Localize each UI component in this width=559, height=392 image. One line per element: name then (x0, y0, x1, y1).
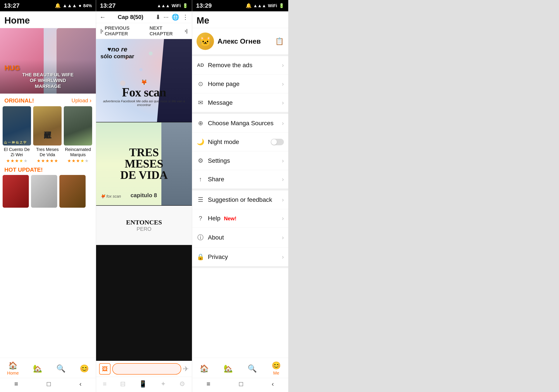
sys-home-btn-1[interactable]: □ (47, 380, 51, 388)
manga-title-2: Tres Meses De Vida (33, 147, 62, 157)
menu-section-1: AD Remove the ads › ⊙ Home page › ✉ Mess… (192, 56, 288, 114)
status-bar-3: 13:29 🔔 ▲▲▲ WiFi 🔋 (192, 0, 288, 11)
manga-stars-3: ★ ★ ★ ★ ★ (64, 158, 92, 163)
send-comment-icon[interactable]: ✈ (183, 365, 189, 373)
prev-chapter-btn[interactable]: |‹ PREVIOUS CHAPTER (101, 25, 149, 37)
nav-search-3[interactable]: 🔍 (248, 364, 257, 373)
nav-search[interactable]: 🔍 (56, 364, 65, 373)
sys-nav-3: ≡ □ ‹ (192, 378, 288, 392)
more-options-icon[interactable]: ⋮ (182, 14, 188, 21)
manga-stars-2: ★ ★ ★ ★ ★ (33, 158, 62, 163)
nav-home[interactable]: 🏠 Home (7, 361, 19, 376)
menu-item-feedback[interactable]: ☰ Suggestion or feedback › (192, 190, 288, 209)
next-chapter-btn[interactable]: NEXT CHAPTER ›| (149, 25, 187, 37)
me-profile-section: 🐱 Алекс Огнев 📋 (192, 28, 288, 56)
menu-item-manga-sources[interactable]: ⊕ Choose Manga Sources › (192, 114, 288, 133)
reader-chapter-btn[interactable]: ⊟ (120, 380, 126, 388)
share-arrow-icon: › (282, 176, 284, 183)
privacy-arrow-icon: › (282, 253, 284, 260)
manga-title-3: Reincarnated Marquis (64, 147, 92, 157)
ad-icon: AD (196, 62, 204, 68)
hot-thumb-3[interactable] (59, 175, 86, 208)
menu-item-remove-ads[interactable]: AD Remove the ads › (192, 56, 288, 75)
settings-arrow-icon: › (282, 157, 284, 164)
manga-card-1[interactable]: 山 一 神 仙 之 宇 El Cuento De Zi Wei ★ ★ ★ ★ … (3, 106, 31, 163)
reader-bright-btn[interactable]: ✦ (160, 380, 166, 388)
user-avatar[interactable]: 🐱 (196, 33, 214, 50)
menu-item-help[interactable]: ? Help New! › (192, 209, 288, 228)
menu-item-settings[interactable]: ⚙ Settings › (192, 151, 288, 170)
back-button[interactable]: ← (100, 14, 106, 21)
language-icon[interactable]: 🌐 (172, 14, 179, 21)
menu-item-night-mode[interactable]: 🌙 Night mode (192, 133, 288, 151)
upload-row[interactable]: Upload › (72, 97, 92, 104)
reader-toolbar-icons: ⬇ ··· 🌐 ⋮ (156, 14, 188, 21)
hot-update-label: HOT UPDATE! (0, 163, 96, 175)
wifi-icon-3: WiFi (268, 3, 277, 8)
home-screen: 13:27 🔔 ▲▲▲ ● 84% Home HUG THE BEAUTIFUL… (0, 0, 96, 392)
banner-overlay: HUG THE BEAUTIFUL WIFE OF WHIRLWIND MARR… (0, 60, 96, 94)
menu-section-3: ☰ Suggestion or feedback › ? Help New! ›… (192, 190, 288, 268)
download-icon[interactable]: ⬇ (156, 14, 160, 21)
me-screen: 13:29 🔔 ▲▲▲ WiFi 🔋 Me 🐱 Алекс Огнев 📋 AD… (192, 0, 288, 392)
menu-item-share[interactable]: ↑ Share › (192, 170, 288, 189)
sys-menu-btn-3[interactable]: ≡ (206, 380, 211, 388)
feedback-label: Suggestion or feedback (208, 196, 272, 203)
manga-page-2: TRESMESESDE VIDA 🦊 fox scan capitulo 8 (96, 122, 192, 205)
nav-library[interactable]: 🏡 (33, 364, 42, 373)
reader-settings-btn[interactable]: ⚙ (179, 380, 185, 388)
menu-item-privacy[interactable]: 🔒 Privacy › (192, 248, 288, 266)
manga-page-1: ♥no re sólo compar 🦊 Fox scan advertenci… (96, 39, 192, 122)
original-section-header: ORIGINAL! Upload › (0, 94, 96, 106)
manga-page-3-partial: ENTONCES PERO (96, 206, 192, 245)
manga-card-3[interactable]: Reincarnated Marquis ★ ★ ★ ★ ★ (64, 106, 92, 163)
image-picker-btn[interactable]: 🖼 (99, 363, 111, 374)
original-label: ORIGINAL! (4, 97, 34, 104)
notification-icon: 🔔 (55, 3, 61, 9)
nav-profile[interactable]: 😊 (80, 364, 89, 373)
toggle-thumb (271, 139, 277, 145)
sys-home-btn-3[interactable]: □ (239, 380, 243, 388)
nav-home-3[interactable]: 🏠 (200, 364, 209, 373)
status-bar-1: 13:27 🔔 ▲▲▲ ● 84% (0, 0, 96, 11)
night-mode-toggle[interactable] (271, 139, 284, 145)
user-name: Алекс Огнев (217, 37, 261, 45)
manga-thumb-1: 山 一 神 仙 之 宇 (3, 106, 31, 145)
banner-hug-text: HUG (4, 64, 92, 72)
battery-text-1: 84% (83, 3, 92, 8)
bottom-nav-3: 🏠 🏡 🔍 😊 Me ≡ □ ‹ (192, 358, 288, 392)
status-icons-2: ▲▲▲ WiFi 🔋 (157, 3, 188, 8)
nav-me[interactable]: 😊 Me (272, 361, 281, 376)
wifi-icon-2: WiFi (172, 3, 181, 8)
status-icons-1: 🔔 ▲▲▲ ● 84% (55, 3, 92, 9)
profile-nav-icon: 😊 (80, 364, 89, 373)
comment-icon[interactable]: ··· (164, 14, 168, 21)
status-time-1: 13:27 (4, 2, 20, 9)
reader-phone-btn[interactable]: 📱 (139, 380, 147, 388)
manga-sources-icon: ⊕ (196, 120, 204, 127)
reader-sys-nav: ≡ ⊟ 📱 ✦ ⚙ (96, 377, 192, 392)
hot-thumb-2[interactable] (31, 175, 57, 208)
prev-chapter-arrow-icon: |‹ (101, 28, 103, 34)
sys-menu-btn-1[interactable]: ≡ (14, 380, 18, 388)
sys-back-btn-3[interactable]: ‹ (272, 380, 274, 388)
menu-item-about[interactable]: ⓘ About › (192, 228, 288, 248)
nav-library-3[interactable]: 🏡 (224, 364, 233, 373)
sys-back-btn-1[interactable]: ‹ (79, 380, 82, 388)
menu-item-message[interactable]: ✉ Message › (192, 93, 288, 112)
signal-icon-2: ▲▲▲ (157, 3, 170, 8)
reader-menu-btn[interactable]: ≡ (103, 380, 107, 388)
edit-profile-icon[interactable]: 📋 (275, 37, 284, 45)
message-label: Message (208, 99, 233, 106)
background-spacer (288, 0, 559, 392)
comment-input[interactable] (112, 363, 181, 374)
reader-bottom-bar: 🖼 ✈ (96, 361, 192, 377)
home-banner[interactable]: HUG THE BEAUTIFUL WIFE OF WHIRLWIND MARR… (0, 28, 96, 94)
status-bar-2: 13:27 ▲▲▲ WiFi 🔋 (96, 0, 192, 11)
battery-icon-2: 🔋 (183, 3, 188, 8)
hot-thumb-1[interactable] (3, 175, 29, 208)
bottom-nav-icons-1: 🏠 Home 🏡 🔍 😊 (0, 358, 96, 378)
upload-label[interactable]: Upload (72, 98, 88, 104)
menu-item-homepage[interactable]: ⊙ Home page › (192, 75, 288, 93)
manga-card-2[interactable]: 醒正月 Tres Meses De Vida ★ ★ ★ ★ ★ (33, 106, 62, 163)
